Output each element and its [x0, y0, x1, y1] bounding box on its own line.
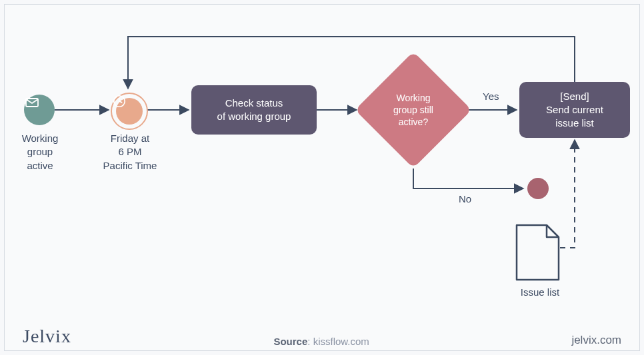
document-icon: [517, 225, 559, 280]
edge-yes-label: Yes: [483, 91, 499, 102]
source-prefix: Source: [273, 336, 307, 347]
source-value: kissflow.com: [313, 336, 369, 347]
clock-icon: [112, 94, 127, 109]
decision-label: Workinggroup stillactive?: [363, 92, 463, 129]
site-url: jelvix.com: [571, 334, 621, 347]
start-label: Workinggroupactive: [7, 132, 73, 173]
check-status-process: Check statusof working group: [191, 85, 317, 135]
brand-logo: Jelvix: [23, 326, 71, 347]
end-node: [527, 178, 549, 199]
source-text: Source: kissflow.com: [273, 336, 369, 347]
start-node: [24, 95, 55, 125]
edge-no-label: No: [459, 193, 471, 204]
document-label: Issue list: [510, 286, 570, 298]
footer: Jelvix Source: kissflow.com jelvix.com: [0, 326, 644, 347]
send-text: [Send]Send currentissue list: [546, 90, 603, 131]
connectors: [0, 0, 644, 355]
send-process: [Send]Send currentissue list: [519, 82, 630, 138]
timer-node: [111, 93, 148, 130]
mail-icon: [24, 95, 40, 111]
timer-label: Friday at6 PMPacific Time: [93, 132, 167, 173]
check-status-text: Check statusof working group: [217, 97, 291, 124]
